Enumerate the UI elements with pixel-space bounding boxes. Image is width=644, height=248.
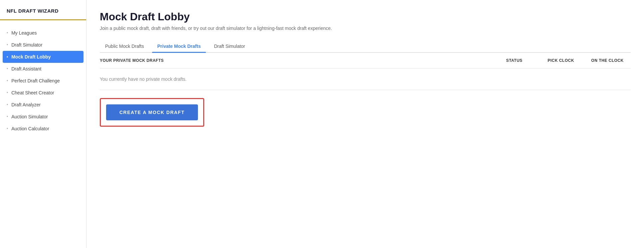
sidebar-item-draft-analyzer[interactable]: Draft Analyzer: [0, 99, 86, 111]
table-col-status: STATUS: [491, 58, 538, 63]
sidebar-brand: NFL DRAFT WIZARD: [0, 8, 86, 20]
brand-title: NFL DRAFT WIZARD: [7, 8, 59, 14]
sidebar-item-auction-simulator[interactable]: Auction Simulator: [0, 111, 86, 123]
sidebar-item-cheat-sheet-creator[interactable]: Cheat Sheet Creator: [0, 87, 86, 99]
main-content: Mock Draft Lobby Join a public mock draf…: [86, 0, 644, 248]
tab-draft-simulator-tab[interactable]: Draft Simulator: [209, 40, 250, 52]
sidebar-item-auction-calculator[interactable]: Auction Calculator: [0, 123, 86, 135]
sidebar: NFL DRAFT WIZARD My LeaguesDraft Simulat…: [0, 0, 86, 248]
sidebar-item-mock-draft-lobby[interactable]: Mock Draft Lobby: [3, 51, 83, 63]
tabs-container: Public Mock DraftsPrivate Mock DraftsDra…: [100, 40, 631, 53]
page-subtitle: Join a public mock draft, draft with fri…: [100, 26, 631, 31]
tab-private-mock-drafts[interactable]: Private Mock Drafts: [152, 40, 206, 52]
sidebar-nav: My LeaguesDraft SimulatorMock Draft Lobb…: [0, 27, 86, 135]
table-header-main: YOUR PRIVATE MOCK DRAFTS: [100, 58, 491, 63]
table-header: YOUR PRIVATE MOCK DRAFTS STATUS PICK CLO…: [100, 53, 631, 68]
sidebar-item-draft-assistant[interactable]: Draft Assistant: [0, 63, 86, 75]
table-col-pickclock: PICK CLOCK: [538, 58, 584, 63]
empty-message: You currently have no private mock draft…: [100, 68, 631, 90]
create-button-container: CREATE A MOCK DRAFT: [100, 98, 204, 127]
table-area: YOUR PRIVATE MOCK DRAFTS STATUS PICK CLO…: [100, 53, 631, 90]
table-col-ontheclock: ON THE CLOCK: [584, 58, 631, 63]
sidebar-item-draft-simulator[interactable]: Draft Simulator: [0, 39, 86, 51]
page-title: Mock Draft Lobby: [100, 11, 631, 23]
sidebar-item-perfect-draft-challenge[interactable]: Perfect Draft Challenge: [0, 75, 86, 87]
create-mock-draft-button[interactable]: CREATE A MOCK DRAFT: [106, 104, 198, 120]
sidebar-item-my-leagues[interactable]: My Leagues: [0, 27, 86, 39]
tab-public-mock-drafts[interactable]: Public Mock Drafts: [100, 40, 149, 52]
